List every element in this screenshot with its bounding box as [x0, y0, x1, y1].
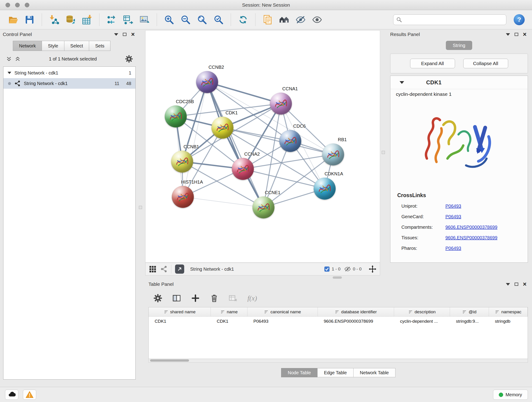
close-panel-icon[interactable]: × [523, 281, 526, 287]
column-header[interactable]: namespac [489, 307, 528, 316]
collapse-all-button[interactable]: Collapse All [463, 59, 508, 68]
genecard-link[interactable]: P06493 [445, 214, 461, 219]
scrollbar-thumb[interactable] [150, 359, 189, 362]
show-columns-icon[interactable] [172, 294, 181, 303]
column-header[interactable]: database identifier [318, 307, 394, 316]
panel-menu-icon[interactable] [506, 33, 510, 36]
network-node-hist1h1a[interactable] [172, 186, 194, 208]
memory-button[interactable]: Memory [493, 390, 528, 400]
cell-name[interactable]: CDK1 [211, 317, 247, 326]
panel-menu-icon[interactable] [506, 283, 510, 286]
import-table-button[interactable] [80, 12, 94, 27]
pharos-link[interactable]: P06493 [445, 246, 461, 251]
cell-description[interactable]: cyclin-dependent ... [394, 317, 450, 326]
maximize-window-button[interactable] [25, 3, 29, 7]
network-view-canvas[interactable]: CCNB2CCNA1CDC25BCDK1CDC6RB1CCNB1CCNA2CDK… [145, 30, 380, 263]
network-node-ccnb2[interactable] [196, 71, 218, 93]
function-builder-button[interactable]: f(x) [247, 294, 257, 302]
tab-sets[interactable]: Sets [89, 41, 110, 51]
network-node-cdk1[interactable] [211, 117, 234, 139]
warnings-button[interactable] [23, 390, 36, 400]
float-panel-icon[interactable] [515, 283, 518, 286]
delete-table-icon[interactable] [229, 294, 237, 303]
network-node-cdkn1a[interactable] [314, 178, 336, 200]
tab-select[interactable]: Select [64, 41, 89, 51]
tab-network-table[interactable]: Network Table [353, 368, 395, 377]
gear-icon[interactable] [125, 55, 133, 63]
import-network-database-button[interactable] [63, 12, 78, 27]
copy-document-button[interactable] [260, 12, 275, 27]
collection-expand-icon[interactable] [7, 72, 11, 74]
refresh-button[interactable] [236, 12, 250, 27]
panel-resize-handle[interactable] [139, 206, 142, 209]
tab-edge-table[interactable]: Edge Table [317, 368, 354, 377]
expand-all-button[interactable]: Expand All [410, 59, 455, 68]
column-header[interactable]: @id [450, 307, 489, 316]
tab-network[interactable]: Network [13, 41, 42, 51]
save-session-button[interactable] [22, 12, 37, 27]
network-node-ccna2[interactable] [232, 158, 254, 180]
pan-crosshair-icon[interactable] [368, 265, 377, 273]
export-image-button[interactable] [138, 12, 152, 27]
cell-namespace[interactable]: stringdb [489, 317, 528, 326]
network-node-ccna1[interactable] [270, 93, 292, 115]
panel-menu-icon[interactable] [114, 33, 118, 36]
show-all-button[interactable] [310, 12, 324, 27]
share-network-icon[interactable] [160, 265, 167, 273]
column-header[interactable]: name [211, 307, 247, 316]
birds-eye-view-button[interactable] [277, 12, 291, 27]
expand-all-icon[interactable] [15, 56, 21, 62]
tissues-link[interactable]: 9606.ENSP00000378699 [445, 235, 497, 240]
network-row[interactable]: String Network - cdk1 11 48 [3, 78, 135, 89]
close-window-button[interactable] [6, 3, 10, 7]
delete-column-icon[interactable] [210, 294, 219, 303]
horizontal-scrollbar[interactable] [148, 359, 528, 363]
network-node-cdc25b[interactable] [165, 105, 187, 128]
checkbox-icon[interactable] [324, 266, 330, 272]
network-node-rb1[interactable] [322, 143, 344, 166]
hide-selection-button[interactable] [293, 12, 308, 27]
tab-node-table[interactable]: Node Table [281, 368, 317, 377]
detach-view-button[interactable] [175, 264, 184, 274]
search-input[interactable] [404, 17, 503, 22]
float-panel-icon[interactable] [515, 33, 518, 36]
close-panel-icon[interactable]: × [131, 32, 135, 38]
zoom-in-button[interactable] [162, 12, 176, 27]
network-node-ccne1[interactable] [253, 196, 274, 218]
import-network-file-button[interactable] [47, 12, 61, 27]
column-header[interactable]: canonical name [247, 307, 318, 316]
network-collection-row[interactable]: String Network - cdk1 1 [3, 68, 135, 78]
network-node-cdc6[interactable] [279, 130, 301, 152]
eye-slash-small-icon[interactable] [344, 266, 351, 273]
column-header[interactable]: description [394, 307, 450, 316]
tab-string[interactable]: String [446, 41, 472, 50]
cell-canonical-name[interactable]: P06493 [247, 317, 318, 326]
cell-id[interactable]: stringdb:9... [450, 317, 489, 326]
cell-database-identifier[interactable]: 9606.ENSP00000378699 [318, 317, 394, 326]
compartments-link[interactable]: 9606.ENSP00000378699 [445, 225, 497, 230]
uniprot-link[interactable]: P06493 [445, 204, 461, 209]
network-node-ccnb1[interactable] [171, 151, 193, 172]
grid-view-icon[interactable] [149, 265, 157, 273]
zoom-fit-button[interactable] [195, 12, 209, 27]
cell-shared-name[interactable]: CDK1 [149, 317, 211, 326]
close-panel-icon[interactable]: × [523, 32, 526, 38]
tab-style[interactable]: Style [42, 41, 64, 51]
open-session-button[interactable] [6, 12, 20, 27]
float-panel-icon[interactable] [123, 33, 127, 36]
table-row[interactable]: CDK1 CDK1 P06493 9606.ENSP00000378699 cy… [149, 317, 528, 326]
splitter-handle[interactable] [333, 276, 342, 279]
cloud-status-button[interactable] [5, 390, 18, 400]
network-edge-ccnb2-ccne1[interactable] [207, 82, 264, 207]
export-table-button[interactable] [121, 12, 135, 27]
zoom-out-button[interactable] [178, 12, 193, 27]
network-edge-hist1h1a-ccne1[interactable] [183, 197, 264, 207]
panel-resize-handle[interactable] [382, 151, 385, 154]
network-tools-button[interactable] [104, 12, 119, 27]
table-settings-gear-icon[interactable] [153, 294, 162, 303]
minimize-window-button[interactable] [15, 3, 20, 7]
zoom-selected-button[interactable] [211, 12, 226, 27]
collapse-section-icon[interactable] [399, 81, 404, 84]
column-header[interactable]: shared name [149, 307, 211, 316]
collapse-all-icon[interactable] [6, 56, 12, 62]
